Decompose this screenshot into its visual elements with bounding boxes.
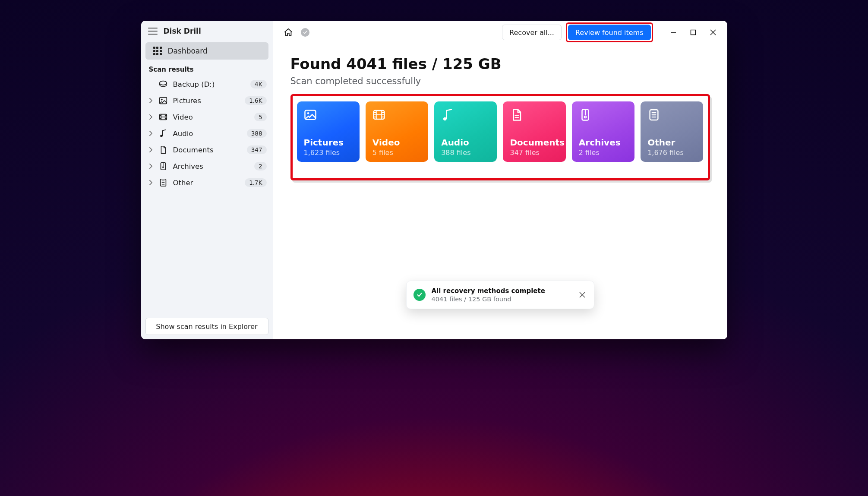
topbar: Recover all... Review found items (273, 21, 727, 44)
card-pictures[interactable]: Pictures 1,623 files (297, 101, 360, 162)
app-window: Disk Drill Dashboard Scan results Backup… (141, 21, 727, 339)
review-highlight: Review found items (566, 22, 653, 42)
card-title: Video (372, 137, 421, 148)
show-in-explorer-button[interactable]: Show scan results in Explorer (145, 318, 268, 335)
svg-point-9 (307, 112, 309, 114)
sidebar-item-documents[interactable]: Documents 347 (141, 142, 273, 158)
card-video[interactable]: Video 5 files (366, 101, 428, 162)
dashboard-icon (153, 47, 162, 55)
topbar-left (284, 28, 309, 37)
success-check-icon (413, 289, 426, 301)
toast-title: All recovery methods complete (432, 287, 545, 295)
dashboard-label: Dashboard (168, 47, 208, 55)
card-archives[interactable]: Archives 2 files (572, 101, 634, 162)
svg-rect-7 (691, 30, 695, 35)
picture-icon (304, 108, 317, 121)
card-subtitle: 388 files (441, 148, 490, 157)
chevron-right-icon[interactable] (149, 164, 153, 169)
home-icon[interactable] (284, 28, 293, 37)
document-icon (158, 145, 168, 155)
svg-point-1 (161, 99, 162, 100)
card-documents[interactable]: Documents 347 files (503, 101, 565, 162)
app-title: Disk Drill (164, 27, 201, 35)
sidebar-item-backup[interactable]: Backup (D:) 4K (141, 76, 273, 92)
sidebar-item-label: Video (173, 113, 249, 121)
svg-point-5 (162, 167, 164, 168)
completion-toast: All recovery methods complete 4041 files… (406, 281, 594, 309)
count-badge: 1.6K (245, 96, 266, 105)
page-subtitle: Scan completed successfully (290, 76, 710, 86)
sidebar-section-label: Scan results (141, 60, 273, 76)
menu-icon[interactable] (148, 28, 158, 35)
sidebar-item-other[interactable]: Other 1.7K (141, 174, 273, 191)
video-icon (158, 112, 168, 122)
card-subtitle: 1,676 files (647, 148, 696, 157)
card-subtitle: 347 files (510, 148, 559, 157)
backup-badge: 4K (250, 80, 266, 88)
window-close-button[interactable] (703, 25, 723, 40)
sidebar-item-label: Audio (173, 130, 242, 138)
card-other[interactable]: Other 1,676 files (641, 101, 703, 162)
chevron-right-icon[interactable] (149, 147, 153, 152)
toast-close-button[interactable] (578, 290, 587, 300)
sidebar-footer: Show scan results in Explorer (141, 313, 273, 339)
drive-icon (158, 79, 168, 89)
card-title: Pictures (304, 137, 353, 148)
archive-icon (579, 108, 592, 121)
count-badge: 5 (254, 113, 267, 121)
backup-label: Backup (D:) (173, 80, 246, 88)
chevron-right-icon[interactable] (149, 98, 153, 103)
sidebar-item-video[interactable]: Video 5 (141, 109, 273, 125)
sidebar-item-archives[interactable]: Archives 2 (141, 158, 273, 174)
music-note-icon (158, 129, 168, 138)
svg-point-11 (443, 117, 447, 121)
sidebar-header: Disk Drill (141, 21, 273, 41)
video-icon (372, 108, 385, 121)
topbar-right: Recover all... Review found items (502, 22, 727, 42)
recover-all-button[interactable]: Recover all... (502, 25, 562, 40)
svg-point-13 (584, 116, 587, 118)
card-subtitle: 1,623 files (304, 148, 353, 157)
count-badge: 2 (254, 162, 267, 171)
window-controls (663, 25, 723, 40)
card-subtitle: 2 files (579, 148, 628, 157)
sidebar-item-label: Other (173, 179, 240, 187)
chevron-right-icon[interactable] (149, 131, 153, 136)
toast-subtitle: 4041 files / 125 GB found (432, 296, 545, 303)
content: Found 4041 files / 125 GB Scan completed… (273, 44, 727, 180)
page-title: Found 4041 files / 125 GB (290, 55, 710, 73)
status-check-icon[interactable] (301, 28, 309, 37)
cards-highlight: Pictures 1,623 files Video 5 files (290, 94, 710, 180)
toast-text: All recovery methods complete 4041 files… (432, 287, 545, 303)
music-note-icon (441, 108, 454, 121)
card-subtitle: 5 files (372, 148, 421, 157)
sidebar-item-audio[interactable]: Audio 388 (141, 125, 273, 142)
sidebar-item-label: Archives (173, 162, 249, 171)
count-badge: 388 (247, 129, 267, 138)
chevron-right-icon[interactable] (149, 180, 153, 185)
list-icon (158, 178, 168, 187)
sidebar: Disk Drill Dashboard Scan results Backup… (141, 21, 273, 339)
count-badge: 1.7K (245, 178, 266, 187)
window-maximize-button[interactable] (683, 25, 703, 40)
category-cards: Pictures 1,623 files Video 5 files (297, 101, 704, 162)
list-icon (647, 108, 660, 121)
picture-icon (158, 96, 168, 105)
card-title: Audio (441, 137, 490, 148)
sidebar-item-pictures[interactable]: Pictures 1.6K (141, 92, 273, 109)
main: Recover all... Review found items (273, 21, 727, 339)
sidebar-item-dashboard[interactable]: Dashboard (145, 42, 268, 60)
archive-icon (158, 161, 168, 171)
card-title: Archives (579, 137, 628, 148)
sidebar-item-label: Documents (173, 146, 242, 154)
review-found-items-button[interactable]: Review found items (568, 25, 651, 40)
card-title: Documents (510, 137, 559, 148)
count-badge: 347 (247, 145, 267, 154)
window-minimize-button[interactable] (663, 25, 683, 40)
card-title: Other (647, 137, 696, 148)
card-audio[interactable]: Audio 388 files (434, 101, 497, 162)
chevron-right-icon[interactable] (149, 114, 153, 120)
document-icon (510, 108, 523, 121)
sidebar-item-label: Pictures (173, 97, 240, 105)
svg-point-3 (160, 135, 162, 137)
